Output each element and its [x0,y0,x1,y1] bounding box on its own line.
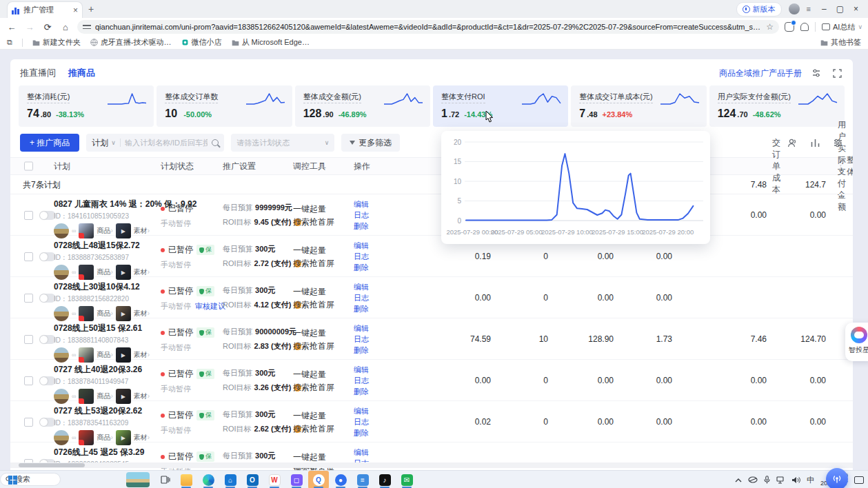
action-link[interactable]: 编辑 [354,240,369,251]
metric-card-4[interactable]: 整体成交订单成本(元)7.48+23.84% [571,85,706,127]
address-bar[interactable]: qianchuan.jinritemai.com/uni-prom?aavid=… [77,20,779,34]
row-checkbox[interactable] [24,335,33,344]
action-link[interactable]: 删除 [354,303,369,314]
product-link[interactable]: 商品› [97,267,112,277]
search-input[interactable]: 输入计划名称/ID后回车搜索 [125,138,208,148]
taskbar-app-edge-browser[interactable] [198,471,219,488]
promote-product-button[interactable]: + 推广商品 [20,134,79,152]
help-floating-button[interactable] [826,468,848,488]
extension-icon[interactable] [785,22,794,32]
action-link[interactable]: 删除 [354,386,369,397]
action-link[interactable]: 删除 [354,427,369,438]
home-button[interactable]: ⌂ [59,22,72,32]
action-link[interactable]: 编辑 [354,281,369,292]
taskbar-app-purple-app[interactable]: ◻ [286,471,307,488]
handbook-link[interactable]: 商品全域推广产品手册 [719,68,802,79]
fullscreen-icon[interactable] [831,67,843,79]
status-filter-select[interactable]: 请筛选计划状态∨ [231,134,334,152]
tool-link[interactable]: 一键起量 [293,327,334,340]
plan-select[interactable]: 计划∨ [92,137,116,149]
material-link[interactable]: 素材› [134,267,150,277]
horizontal-scrollbar[interactable] [10,462,853,468]
back-button[interactable]: ← [6,22,18,32]
window-close-button[interactable]: × [854,4,858,14]
action-link[interactable]: 日志 [354,251,369,262]
sort-icon[interactable]: ↕ [774,163,777,170]
assistant-widget[interactable]: 智投星 [845,323,868,361]
other-bookmarks[interactable]: 其他书签 [831,37,861,48]
product-link[interactable]: 商品› [97,309,112,318]
review-suggestion-link[interactable]: 审核建议 [195,301,225,312]
taskbar-app-active-browser-app[interactable]: Q [308,471,329,488]
notification-center-icon[interactable] [854,476,864,484]
row-checkbox[interactable] [24,376,33,385]
taskbar-app-wechat-store-app[interactable]: ✉ [396,471,417,488]
taskbar-app-douyin[interactable]: ♪ [374,471,395,488]
network-icon[interactable] [776,476,785,484]
tool-link[interactable]: 一键起量 [293,203,334,216]
action-link[interactable]: 删除 [354,345,369,356]
tool-link[interactable]: 搜索抢首屏 [293,257,334,270]
window-minimize-button[interactable]: – [822,4,827,14]
tool-link[interactable]: 搜索抢首屏 [293,298,334,312]
bookmark-item-3[interactable]: 从 Microsoft Edge… [232,37,310,48]
tool-link[interactable]: 一键起量 [293,368,334,381]
browser-menu-icon[interactable]: ≡ [807,5,811,13]
taskbar-app-ms-store[interactable]: ⌂ [220,471,241,488]
select-all-checkbox[interactable] [24,162,33,171]
browser-profile-avatar[interactable] [789,3,800,14]
action-link[interactable]: 删除 [354,221,369,232]
row-checkbox[interactable] [24,294,33,303]
columns-icon[interactable] [810,138,820,148]
weather-widget[interactable] [126,472,150,487]
material-link[interactable]: 素材› [134,309,150,318]
task-view-button[interactable] [157,471,174,488]
action-link[interactable]: 编辑 [354,323,369,334]
action-link[interactable]: 日志 [354,210,369,221]
notifications-icon[interactable] [800,23,809,31]
metric-card-3[interactable]: 整体支付ROI1.72-14.43% [433,85,568,127]
new-version-badge[interactable]: 新版本 [736,2,782,17]
settings-sliders-icon[interactable] [810,67,822,79]
product-link[interactable]: 商品› [97,350,112,360]
side-panel-toggle-icon[interactable]: ⧉ [7,38,12,47]
product-link[interactable]: 商品› [97,433,112,443]
action-link[interactable]: 编辑 [354,405,369,416]
microphone-icon[interactable] [764,476,770,484]
row-checkbox[interactable] [24,211,33,220]
metric-card-0[interactable]: 整体消耗(元)74.80-38.13% [19,85,154,127]
tool-link[interactable]: 一键起量 [293,285,334,298]
action-link[interactable]: 编辑 [354,199,369,210]
plan-search[interactable]: 计划∨ 输入计划名称/ID后回车搜索 [86,134,224,152]
row-checkbox[interactable] [24,418,33,427]
row-checkbox[interactable] [24,252,33,261]
tab-promote-product[interactable]: 推商品 [68,67,95,79]
taskbar-app-blue-dot-app[interactable]: ● [330,471,351,488]
speaker-icon[interactable] [791,476,800,484]
tool-link[interactable]: 搜索抢首屏 [293,423,334,436]
action-link[interactable]: 日志 [354,292,369,303]
touchpad-icon[interactable] [748,476,758,483]
new-tab-button[interactable]: + [88,3,94,14]
metric-card-2[interactable]: 整体成交金额(元)128.90-46.89% [295,85,430,127]
reload-button[interactable]: ⟳ [41,22,54,32]
tool-link[interactable]: 一键起量 [293,409,334,423]
action-link[interactable]: 日志 [354,416,369,427]
material-link[interactable]: 素材› [134,350,150,360]
sort-icon[interactable]: ↕ [839,163,842,170]
scrollbar-thumb[interactable] [19,463,85,467]
tab-close-icon[interactable]: × [73,6,78,14]
action-link[interactable]: 编辑 [354,447,369,458]
taskbar-app-outlook[interactable]: O [242,471,263,488]
ai-summary-button[interactable]: AI总结 ∨ [822,22,862,32]
action-link[interactable]: 删除 [354,262,369,273]
tab-live-room[interactable]: 推直播间 [20,67,56,79]
taskbar-app-file-explorer[interactable] [176,471,196,488]
more-filters-button[interactable]: 更多筛选 [341,134,400,152]
material-link[interactable]: 素材› [134,226,150,236]
taskbar-app-wps-office[interactable]: W [264,471,285,488]
tool-link[interactable]: 搜索抢首屏 [293,216,334,229]
tool-link[interactable]: 搜索抢首屏 [293,340,334,353]
start-button[interactable] [4,471,21,488]
action-link[interactable]: 编辑 [354,364,369,375]
